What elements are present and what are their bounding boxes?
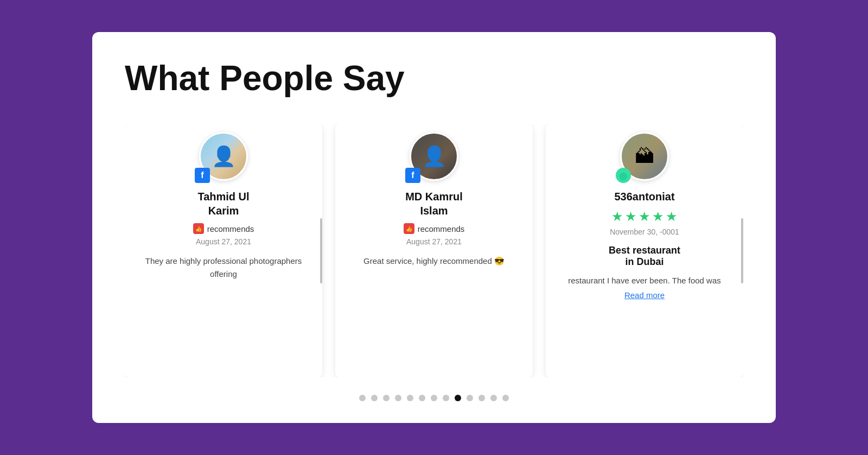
section-title: What People Say [125,59,743,97]
review-text-2: Great service, highly recommended 😎 [363,255,505,268]
dot-1[interactable] [371,395,378,401]
dot-0[interactable] [359,395,366,401]
tripadvisor-icon: ◎ [616,168,631,183]
page-background: What People Say f Tahmid UlKarim 👍 recom… [0,0,868,455]
recommends-row-1: 👍 recommends [193,223,254,234]
star-2: ★ [625,209,637,224]
facebook-icon-2: f [405,168,420,183]
review-date-1: August 27, 2021 [196,237,251,246]
review-card-3: ◎ 536antoniat ★ ★ ★ ★ ★ November 30, -00… [546,124,743,377]
star-3: ★ [639,209,650,224]
dot-10[interactable] [478,395,485,401]
recommends-row-2: 👍 recommends [404,223,465,234]
review-title-3: Best restaurantin Dubai [609,245,680,268]
main-panel: What People Say f Tahmid UlKarim 👍 recom… [92,32,776,423]
star-4: ★ [652,209,664,224]
read-more-link[interactable]: Read more [624,290,665,300]
dots-navigation [125,395,743,401]
scrollbar-1 [320,218,322,283]
dot-7[interactable] [443,395,449,401]
review-text-1: They are highly professional photographe… [138,255,309,281]
dot-3[interactable] [395,395,401,401]
star-5: ★ [666,209,678,224]
review-card-2: f MD KamrulIslam 👍 recommends August 27,… [335,124,533,377]
dot-12[interactable] [502,395,509,401]
review-text-3: restaurant I have ever been. The food wa… [568,274,721,287]
stars-row: ★ ★ ★ ★ ★ [611,209,678,224]
dot-4[interactable] [407,395,413,401]
recommends-icon-2: 👍 [404,223,414,234]
dot-11[interactable] [490,395,497,401]
scrollbar-3 [741,218,743,283]
avatar-wrapper-3: ◎ [620,132,669,181]
facebook-icon-1: f [195,168,210,183]
recommends-text-2: recommends [418,224,465,233]
review-date-3: November 30, -0001 [610,228,679,236]
avatar-wrapper-2: f [410,132,458,181]
recommends-text-1: recommends [207,224,254,233]
star-1: ★ [611,209,623,224]
reviewer-name-2: MD KamrulIslam [405,189,463,218]
dot-8[interactable] [455,395,461,401]
dot-6[interactable] [431,395,437,401]
dot-2[interactable] [383,395,390,401]
reviewer-name-3: 536antoniat [614,189,674,204]
review-date-2: August 27, 2021 [406,237,462,246]
reviewer-name-1: Tahmid UlKarim [197,189,249,218]
review-card-content-3: 536antoniat ★ ★ ★ ★ ★ November 30, -0001… [546,189,743,300]
review-card-content-1: Tahmid UlKarim 👍 recommends August 27, 2… [125,189,322,281]
dot-5[interactable] [419,395,425,401]
recommends-icon-1: 👍 [193,223,204,234]
dot-9[interactable] [467,395,473,401]
reviews-container: f Tahmid UlKarim 👍 recommends August 27,… [125,124,743,377]
review-card-content-2: MD KamrulIslam 👍 recommends August 27, 2… [335,189,533,268]
avatar-wrapper-1: f [199,132,248,181]
review-card-1: f Tahmid UlKarim 👍 recommends August 27,… [125,124,322,377]
